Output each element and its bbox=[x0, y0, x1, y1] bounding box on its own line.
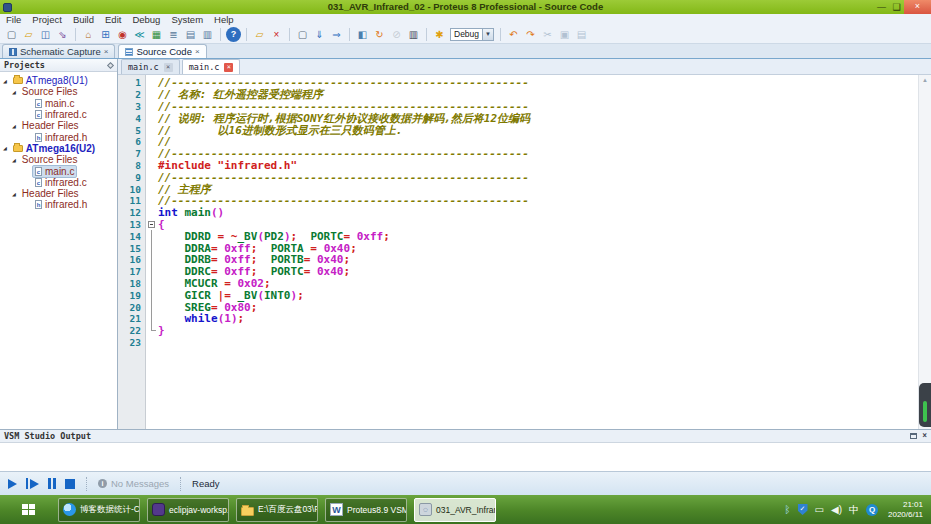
code-line[interactable]: 10// 主程序 bbox=[118, 183, 918, 195]
expand-arrow-icon[interactable]: ◢ bbox=[12, 191, 16, 197]
expand-arrow-icon[interactable]: ◢ bbox=[3, 78, 7, 84]
paste-button[interactable]: ▤ bbox=[574, 27, 589, 42]
save-project-button[interactable]: ◫ bbox=[38, 27, 53, 42]
code-line[interactable]: 7//-------------------------------------… bbox=[118, 148, 918, 160]
editor-scrollbar[interactable]: ▲ ▼ bbox=[918, 75, 931, 429]
expand-arrow-icon[interactable]: ◢ bbox=[12, 157, 16, 163]
taskbar-proteus[interactable]: ◌031_AVR_Infrare... bbox=[414, 498, 496, 522]
stop-button[interactable] bbox=[65, 479, 75, 489]
menu-debug[interactable]: Debug bbox=[132, 14, 160, 25]
input-method-icon[interactable]: 中 bbox=[849, 503, 859, 516]
messages-indicator[interactable]: i No Messages bbox=[98, 478, 169, 489]
code-line[interactable]: 20 SREG= 0x80; bbox=[118, 301, 918, 313]
close-tab-icon[interactable]: × bbox=[224, 63, 233, 72]
new-project-button[interactable]: ▢ bbox=[4, 27, 19, 42]
build-project-button[interactable]: ↻ bbox=[372, 27, 387, 42]
code-line[interactable]: 16 DDRB= 0xff; PORTB= 0x40; bbox=[118, 254, 918, 266]
code-line[interactable]: 22} bbox=[118, 325, 918, 337]
bill-of-materials-button[interactable]: ▥ bbox=[200, 27, 215, 42]
taskbar-explorer[interactable]: E:\百度云盘03\Pr... bbox=[236, 498, 318, 522]
scroll-up-icon[interactable]: ▲ bbox=[922, 75, 928, 86]
import-project-button[interactable]: ⇘ bbox=[55, 27, 70, 42]
code-line[interactable]: 2// 名称: 红外遥控器受控端程序 bbox=[118, 89, 918, 101]
close-tab-icon[interactable]: × bbox=[195, 48, 200, 56]
qq-icon[interactable]: Q bbox=[866, 504, 878, 516]
home-button[interactable]: ⌂ bbox=[81, 27, 96, 42]
security-shield-icon[interactable]: ✓ bbox=[798, 504, 808, 515]
expand-arrow-icon[interactable]: ◢ bbox=[12, 89, 16, 95]
code-line[interactable]: 12int main() bbox=[118, 207, 918, 219]
pause-button[interactable] bbox=[48, 478, 56, 489]
code-line[interactable]: 21 while(1); bbox=[118, 313, 918, 325]
code-line[interactable]: 9//-------------------------------------… bbox=[118, 171, 918, 183]
volume-icon[interactable]: ◀) bbox=[831, 503, 842, 516]
float-panel-icon[interactable] bbox=[910, 433, 917, 439]
gerber-viewer-button[interactable]: ≣ bbox=[166, 27, 181, 42]
network-icon[interactable]: ▭ bbox=[815, 503, 824, 516]
cut-button[interactable]: ✂ bbox=[540, 27, 555, 42]
open-project-button[interactable]: ▱ bbox=[21, 27, 36, 42]
compile-button[interactable]: ◧ bbox=[355, 27, 370, 42]
maximize-button[interactable]: ❑ bbox=[889, 0, 904, 14]
code-line[interactable]: 11//------------------------------------… bbox=[118, 195, 918, 207]
clean-project-button[interactable]: ⊘ bbox=[389, 27, 404, 42]
export-source-file-button[interactable]: ⇒ bbox=[329, 27, 344, 42]
expand-arrow-icon[interactable]: ◢ bbox=[12, 123, 16, 129]
taskbar-browser[interactable]: 博客数据统计-CS... bbox=[58, 498, 140, 522]
tree-item-source-files[interactable]: ◢Source Files bbox=[0, 154, 117, 165]
tree-item-header-files[interactable]: ◢Header Files bbox=[0, 120, 117, 131]
editor-body[interactable]: 1//-------------------------------------… bbox=[118, 75, 931, 429]
editor-tab-main-c-0[interactable]: main.c× bbox=[121, 59, 180, 74]
3d-visualizer-button[interactable]: ≪ bbox=[132, 27, 147, 42]
code-line[interactable]: 15 DDRA= 0xff; PORTA = 0x40; bbox=[118, 242, 918, 254]
menu-project[interactable]: Project bbox=[32, 14, 62, 25]
menu-file[interactable]: File bbox=[6, 14, 21, 25]
project-settings-button[interactable]: ✱ bbox=[432, 27, 447, 42]
close-tab-icon[interactable]: × bbox=[104, 48, 109, 56]
minimize-button[interactable]: — bbox=[874, 0, 889, 14]
source-code-button[interactable]: ▦ bbox=[149, 27, 164, 42]
menu-build[interactable]: Build bbox=[73, 14, 94, 25]
schematic-capture-button[interactable]: ⊞ bbox=[98, 27, 113, 42]
batch-build-button[interactable]: ▥ bbox=[406, 27, 421, 42]
close-window-button[interactable]: × bbox=[904, 0, 931, 14]
close-source-file-button[interactable]: × bbox=[269, 27, 284, 42]
open-source-file-button[interactable]: ▱ bbox=[252, 27, 267, 42]
editor-tab-main-c-1[interactable]: main.c× bbox=[182, 59, 241, 74]
fold-collapse-icon[interactable] bbox=[148, 221, 155, 228]
step-button[interactable] bbox=[26, 478, 39, 489]
code-line[interactable]: 6// bbox=[118, 136, 918, 148]
close-panel-icon[interactable]: × bbox=[922, 432, 927, 440]
code-line[interactable]: 14 DDRD = ~_BV(PD2); PORTC= 0xff; bbox=[118, 230, 918, 242]
taskbar-word[interactable]: WProteus8.9 VSM... bbox=[325, 498, 407, 522]
taskbar-eclipse[interactable]: eclipjav-worksp... bbox=[147, 498, 229, 522]
code-line[interactable]: 5// 以16进制数形式显示在三只数码管上. bbox=[118, 124, 918, 136]
help-button[interactable]: ? bbox=[226, 27, 241, 42]
pin-icon[interactable] bbox=[107, 61, 114, 68]
taskbar-clock[interactable]: 21:01 2020/6/11 bbox=[888, 500, 923, 519]
copy-button[interactable]: ▣ bbox=[557, 27, 572, 42]
tab-source-code[interactable]: Source Code× bbox=[118, 44, 206, 58]
tab-schematic-capture[interactable]: Schematic Capture× bbox=[2, 44, 115, 58]
new-source-file-button[interactable]: ▢ bbox=[295, 27, 310, 42]
code-line[interactable]: 13{ bbox=[118, 219, 918, 231]
design-explorer-button[interactable]: ▤ bbox=[183, 27, 198, 42]
code-line[interactable]: 8#include "infrared.h" bbox=[118, 160, 918, 172]
redo-button[interactable]: ↷ bbox=[523, 27, 538, 42]
code-line[interactable]: 18 MCUCR = 0x02; bbox=[118, 278, 918, 290]
start-button[interactable] bbox=[5, 495, 51, 524]
code-line[interactable]: 19 GICR |= _BV(INT0); bbox=[118, 289, 918, 301]
expand-arrow-icon[interactable]: ◢ bbox=[3, 145, 7, 151]
pcb-layout-button[interactable]: ◉ bbox=[115, 27, 130, 42]
fold-column[interactable] bbox=[146, 219, 158, 231]
undo-button[interactable]: ↶ bbox=[506, 27, 521, 42]
build-config-dropdown[interactable]: Debug▼ bbox=[450, 28, 494, 41]
code-line[interactable]: 17 DDRC= 0xff; PORTC= 0x40; bbox=[118, 266, 918, 278]
menu-help[interactable]: Help bbox=[214, 14, 234, 25]
tree-item-source-files[interactable]: ◢Source Files bbox=[0, 86, 117, 97]
bluetooth-icon[interactable]: ᛒ bbox=[785, 503, 791, 516]
menu-edit[interactable]: Edit bbox=[105, 14, 121, 25]
close-tab-icon[interactable]: × bbox=[164, 63, 173, 72]
run-button[interactable] bbox=[8, 479, 17, 489]
import-source-file-button[interactable]: ⇓ bbox=[312, 27, 327, 42]
